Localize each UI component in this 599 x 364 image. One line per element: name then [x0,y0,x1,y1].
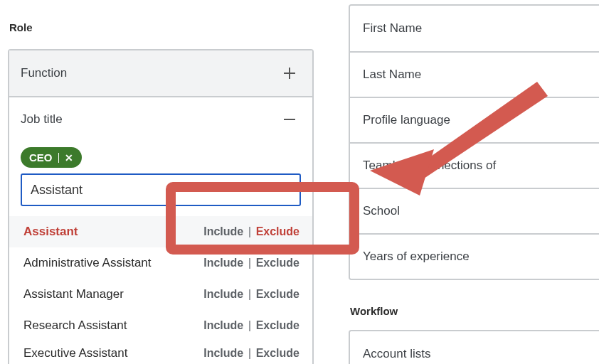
exclude-action[interactable]: Exclude [256,288,300,300]
svg-rect-0 [284,119,295,120]
workflow-filter-list: Account lists [349,330,599,364]
suggestion-item[interactable]: Assistant Manager Include | Exclude [9,279,312,310]
include-action[interactable]: Include [203,319,243,331]
filters-panel: Function Job title CEO ✕ [8,49,314,364]
job-title-filter-label: Job title [21,112,63,127]
include-action[interactable]: Include [203,288,243,300]
action-separator: | [248,288,251,300]
teamlink-connections-filter[interactable]: TeamLink connections of [350,142,599,188]
suggestion-label: Research Assistant [23,318,127,333]
minus-icon[interactable] [280,109,300,129]
role-section-label: Role [9,21,334,33]
exclude-action[interactable]: Exclude [256,225,300,237]
years-experience-filter[interactable]: Years of experience [350,233,599,279]
include-action[interactable]: Include [203,347,243,359]
job-title-filter-header[interactable]: Job title [9,96,312,141]
school-filter[interactable]: School [350,188,599,233]
account-lists-filter[interactable]: Account lists [350,331,599,364]
right-filter-list: First Name Last Name Profile language Te… [349,4,599,280]
chip-divider [58,153,59,163]
workflow-section-label: Workflow [350,305,599,317]
action-separator: | [248,257,251,269]
plus-icon[interactable] [280,63,300,83]
include-action[interactable]: Include [203,225,243,237]
chip-ceo[interactable]: CEO ✕ [21,147,82,168]
exclude-action[interactable]: Exclude [256,257,300,269]
close-icon[interactable]: ✕ [65,152,73,164]
suggestion-label: Assistant Manager [23,287,124,301]
suggestion-label: Executive Assistant [23,346,127,360]
suggestion-item[interactable]: Administrative Assistant Include | Exclu… [9,247,312,279]
suggestion-list: Assistant Include | Exclude Administrati… [9,216,312,364]
action-separator: | [248,225,251,237]
profile-language-filter[interactable]: Profile language [350,97,599,142]
exclude-action[interactable]: Exclude [256,347,300,359]
suggestion-label: Assistant [23,225,78,239]
exclude-action[interactable]: Exclude [256,319,300,331]
suggestion-item[interactable]: Research Assistant Include | Exclude [9,310,312,341]
suggestion-item[interactable]: Executive Assistant Include | Exclude [9,341,312,364]
last-name-filter[interactable]: Last Name [350,51,599,97]
function-filter-header[interactable]: Function [9,50,312,96]
function-filter-label: Function [21,66,67,80]
job-title-search-input[interactable] [21,173,301,206]
chip-label: CEO [29,151,53,164]
action-separator: | [248,319,251,331]
action-separator: | [248,347,251,359]
job-title-chips: CEO ✕ [9,141,312,171]
first-name-filter[interactable]: First Name [350,6,599,51]
suggestion-item[interactable]: Assistant Include | Exclude [9,216,312,247]
suggestion-label: Administrative Assistant [23,256,152,270]
include-action[interactable]: Include [203,257,243,269]
